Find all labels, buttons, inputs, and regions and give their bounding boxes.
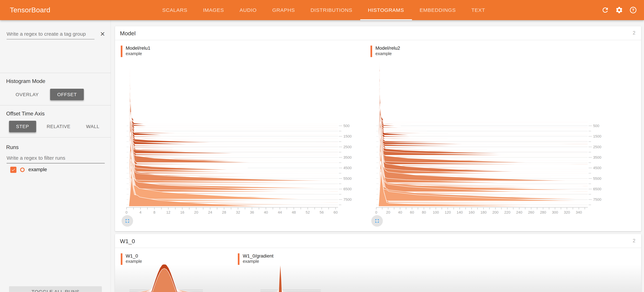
svg-text:280: 280: [540, 210, 546, 214]
toggle-all-runs-button[interactable]: TOGGLE ALL RUNS: [9, 286, 102, 292]
svg-text:1500: 1500: [343, 134, 352, 138]
chart-run-label: example: [126, 51, 150, 56]
chart-model-relu1: Model/relu1example5001500250035004500550…: [120, 44, 352, 229]
card-header[interactable]: W1_02: [115, 234, 641, 248]
run-list: example: [10, 166, 105, 174]
sidebar: ✕ Histogram Mode OVERLAYOFFSET Offset Ti…: [0, 20, 111, 292]
fullscreen-icon: [124, 218, 130, 224]
card-header[interactable]: Model2: [115, 26, 641, 40]
expand-button[interactable]: [122, 215, 133, 226]
chart-card-model: Model2Model/relu1example5001500250035004…: [115, 26, 641, 231]
chart-title-block: W1_0example: [121, 253, 142, 265]
svg-text:160: 160: [468, 210, 475, 214]
svg-text:500: 500: [593, 124, 599, 128]
histogram-plot[interactable]: [237, 264, 352, 292]
run-checkbox[interactable]: [10, 166, 16, 172]
settings-icon: [615, 6, 623, 14]
svg-text:80: 80: [422, 210, 426, 214]
histogram-mode-option-offset[interactable]: OFFSET: [50, 89, 84, 100]
svg-text:24: 24: [208, 210, 212, 214]
run-row[interactable]: example: [10, 166, 105, 174]
svg-text:300: 300: [552, 210, 558, 214]
offset-time-axis-option-relative[interactable]: RELATIVE: [42, 121, 76, 132]
svg-text:340: 340: [576, 210, 582, 214]
close-icon[interactable]: ✕: [100, 31, 105, 37]
run-name: example: [28, 167, 47, 172]
svg-text:140: 140: [456, 210, 463, 214]
chart-title: W1_0: [126, 253, 142, 259]
svg-text:6500: 6500: [343, 187, 352, 191]
tab-graphs[interactable]: GRAPHS: [264, 0, 303, 20]
svg-text:4500: 4500: [343, 166, 352, 170]
histogram-mode-option-overlay[interactable]: OVERLAY: [11, 89, 44, 100]
help-icon: ?: [629, 6, 637, 14]
svg-text:180: 180: [480, 210, 486, 214]
svg-text:500: 500: [343, 124, 350, 128]
offset-time-axis-label: Offset Time Axis: [6, 110, 44, 116]
tab-images[interactable]: IMAGES: [195, 0, 232, 20]
svg-text:56: 56: [320, 210, 324, 214]
svg-text:3500: 3500: [593, 155, 602, 160]
histogram-plot[interactable]: 5001500250035004500550065007500048121620…: [120, 56, 352, 217]
run-filter-input[interactable]: [6, 154, 105, 164]
tab-audio[interactable]: AUDIO: [232, 0, 264, 20]
svg-text:120: 120: [445, 210, 451, 214]
chart-card-w1_0: W1_02W1_0exampleW1_0/gradientexample: [115, 234, 641, 292]
svg-text:60: 60: [334, 210, 338, 214]
chart-title: Model/relu1: [126, 46, 150, 51]
settings-button[interactable]: [612, 3, 626, 17]
histogram-mode-options: OVERLAYOFFSET: [11, 89, 84, 100]
chart-title: W1_0/gradient: [243, 253, 274, 259]
chart-run-label: example: [243, 259, 274, 264]
svg-text:20: 20: [386, 210, 390, 214]
svg-text:320: 320: [564, 210, 570, 214]
chart-model-relu2: Model/relu2example5001500250035004500550…: [370, 44, 602, 229]
chart-run-label: example: [126, 259, 142, 264]
offset-time-axis-option-wall[interactable]: WALL: [81, 121, 104, 132]
chart-count: 2: [633, 30, 636, 36]
svg-text:4500: 4500: [593, 166, 602, 170]
offset-time-axis-option-step[interactable]: STEP: [9, 121, 36, 132]
help-button[interactable]: ?: [626, 3, 640, 17]
chart-title-block: Model/relu1example: [121, 46, 150, 57]
tab-embeddings[interactable]: EMBEDDINGS: [412, 0, 464, 20]
tab-distributions[interactable]: DISTRIBUTIONS: [303, 0, 360, 20]
chart-w1-0: W1_0example: [120, 252, 235, 292]
refresh-button[interactable]: [598, 3, 612, 17]
histogram-mode-label: Histogram Mode: [6, 78, 45, 84]
run-color-circle[interactable]: [20, 167, 25, 172]
svg-text:6500: 6500: [593, 187, 602, 191]
run-color-bar: [121, 253, 122, 265]
run-color-bar: [121, 46, 122, 57]
histogram-plot[interactable]: 5001500250035004500550065007500020406080…: [370, 56, 602, 217]
svg-text:240: 240: [516, 210, 522, 214]
divider: [0, 73, 111, 73]
svg-text:100: 100: [433, 210, 439, 214]
svg-text:?: ?: [632, 8, 634, 12]
svg-text:2500: 2500: [593, 145, 602, 149]
app-header: TensorBoard SCALARSIMAGESAUDIOGRAPHSDIST…: [0, 0, 644, 20]
tag-filter-input[interactable]: [6, 30, 94, 39]
svg-text:200: 200: [492, 210, 498, 214]
tab-histograms[interactable]: HISTOGRAMS: [360, 0, 412, 20]
svg-text:1500: 1500: [593, 134, 602, 138]
svg-text:36: 36: [250, 210, 254, 214]
svg-text:2500: 2500: [343, 145, 352, 149]
chart-count: 2: [633, 238, 636, 244]
svg-text:3500: 3500: [343, 155, 352, 160]
expand-button[interactable]: [371, 215, 383, 226]
section-title: Model: [120, 30, 136, 36]
chart-title: Model/relu2: [376, 46, 400, 51]
svg-text:0: 0: [375, 210, 377, 214]
histogram-plot[interactable]: [120, 264, 235, 292]
runs-label: Runs: [6, 144, 18, 150]
divider: [0, 137, 111, 138]
chart-title-text: Model/relu2example: [376, 46, 400, 57]
svg-text:40: 40: [264, 210, 268, 214]
svg-text:16: 16: [180, 210, 184, 214]
run-filter-row: [6, 154, 105, 164]
tab-scalars[interactable]: SCALARS: [154, 0, 195, 20]
tab-text[interactable]: TEXT: [464, 0, 493, 20]
chart-title-text: W1_0/gradientexample: [243, 253, 274, 265]
nav-tabs: SCALARSIMAGESAUDIOGRAPHSDISTRIBUTIONSHIS…: [154, 0, 493, 20]
